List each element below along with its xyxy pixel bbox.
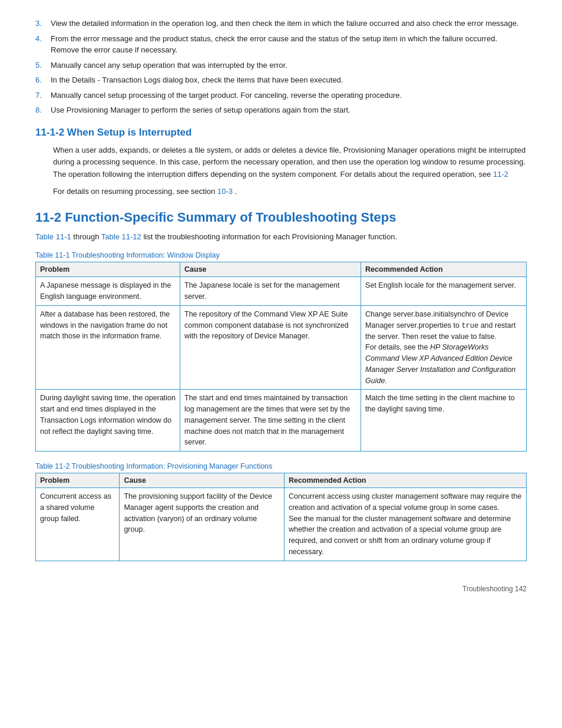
link-10-3[interactable]: 10-3 bbox=[217, 187, 233, 196]
step-7-text: Manually cancel setup processing of the … bbox=[51, 90, 402, 101]
table1-row-3: During daylight saving time, the operati… bbox=[36, 390, 527, 452]
step-4: 4. From the error message and the produc… bbox=[35, 33, 527, 56]
table1-col-problem: Problem bbox=[36, 262, 180, 277]
table1-row1-cause: The Japanese locale is set for the manag… bbox=[180, 277, 361, 306]
table1: Problem Cause Recommended Action A Japan… bbox=[35, 262, 527, 452]
step-6-text: In the Details - Transaction Logs dialog… bbox=[51, 74, 343, 86]
table2-row1-action: Concurrent access using cluster manageme… bbox=[284, 488, 526, 561]
table2-caption-text: Troubleshooting Information: Provisionin… bbox=[70, 462, 272, 470]
step-5: 5. Manually cancel any setup operation t… bbox=[35, 60, 527, 71]
link-table-11-12[interactable]: Table 11-12 bbox=[101, 232, 141, 241]
table1-row-2: After a database has been restored, the … bbox=[36, 305, 527, 390]
table1-caption-text: Troubleshooting Information: Window Disp… bbox=[70, 251, 219, 259]
table2-col-action: Recommended Action bbox=[284, 473, 526, 488]
table1-caption: Table 11-1 Troubleshooting Information: … bbox=[35, 251, 527, 259]
step-5-text: Manually cancel any setup operation that… bbox=[51, 60, 287, 71]
link-table-11-1[interactable]: Table 11-1 bbox=[35, 232, 71, 241]
step-4-num: 4. bbox=[35, 33, 45, 56]
step-3: 3. View the detailed information in the … bbox=[35, 18, 527, 29]
table1-col-action: Recommended Action bbox=[361, 262, 527, 277]
step-8-text: Use Provisioning Manager to perform the … bbox=[51, 104, 351, 116]
table1-row1-action: Set English locale for the management se… bbox=[361, 277, 527, 306]
section-11-2-heading: 11-2 Function-Specific Summary of Troubl… bbox=[35, 210, 527, 225]
table1-row1-problem: A Japanese message is displayed in the E… bbox=[36, 277, 180, 306]
section-11-2-intro: Table 11-1 through Table 11-12 list the … bbox=[35, 231, 527, 243]
table1-row3-problem: During daylight saving time, the operati… bbox=[36, 390, 180, 452]
table1-row-1: A Japanese message is displayed in the E… bbox=[36, 277, 527, 306]
table1-row2-problem: After a database has been restored, the … bbox=[36, 305, 180, 390]
mono-true: true bbox=[461, 322, 478, 330]
table2-col-problem: Problem bbox=[36, 473, 120, 488]
link-11-2[interactable]: 11-2 bbox=[493, 170, 508, 179]
table2-row1-problem: Concurrent access as a shared volume gro… bbox=[36, 488, 120, 561]
steps-list: 3. View the detailed information in the … bbox=[35, 18, 527, 116]
step-6-num: 6. bbox=[35, 74, 45, 86]
step-7-num: 7. bbox=[35, 90, 45, 101]
table1-row2-cause: The repository of the Command View XP AE… bbox=[180, 305, 361, 390]
table2-col-cause: Cause bbox=[120, 473, 285, 488]
italic-guide-ref: HP StorageWorks Command View XP Advanced… bbox=[365, 343, 515, 384]
step-8-num: 8. bbox=[35, 104, 45, 116]
table2: Problem Cause Recommended Action Concurr… bbox=[35, 473, 527, 561]
section-11-1-2-para2: For details on resuming processing, see … bbox=[53, 186, 527, 198]
step-8: 8. Use Provisioning Manager to perform t… bbox=[35, 104, 527, 116]
table2-caption: Table 11-2 Troubleshooting Information: … bbox=[35, 462, 527, 470]
table1-caption-link[interactable]: Table 11-1 bbox=[35, 251, 70, 259]
footer-text: Troubleshooting 142 bbox=[462, 585, 527, 593]
table1-row3-action: Match the time setting in the client mac… bbox=[361, 390, 527, 452]
step-3-text: View the detailed information in the ope… bbox=[51, 18, 519, 29]
step-7: 7. Manually cancel setup processing of t… bbox=[35, 90, 527, 101]
footer: Troubleshooting 142 bbox=[35, 585, 527, 593]
table1-row3-cause: The start and end times maintained by tr… bbox=[180, 390, 361, 452]
step-3-num: 3. bbox=[35, 18, 45, 29]
table1-col-cause: Cause bbox=[180, 262, 361, 277]
table1-row2-action: Change server.base.initialsynchro of Dev… bbox=[361, 305, 527, 390]
step-6: 6. In the Details - Transaction Logs dia… bbox=[35, 74, 527, 86]
step-5-num: 5. bbox=[35, 60, 45, 71]
section-11-1-2-heading: 11-1-2 When Setup is Interrupted bbox=[35, 127, 527, 139]
table2-row-1: Concurrent access as a shared volume gro… bbox=[36, 488, 527, 561]
section-11-1-2-para1: When a user adds, expands, or deletes a … bbox=[53, 144, 527, 181]
table2-row1-cause: The provisioning support facility of the… bbox=[120, 488, 285, 561]
step-4-text: From the error message and the product s… bbox=[51, 33, 527, 56]
table2-caption-link[interactable]: Table 11-2 bbox=[35, 462, 70, 470]
